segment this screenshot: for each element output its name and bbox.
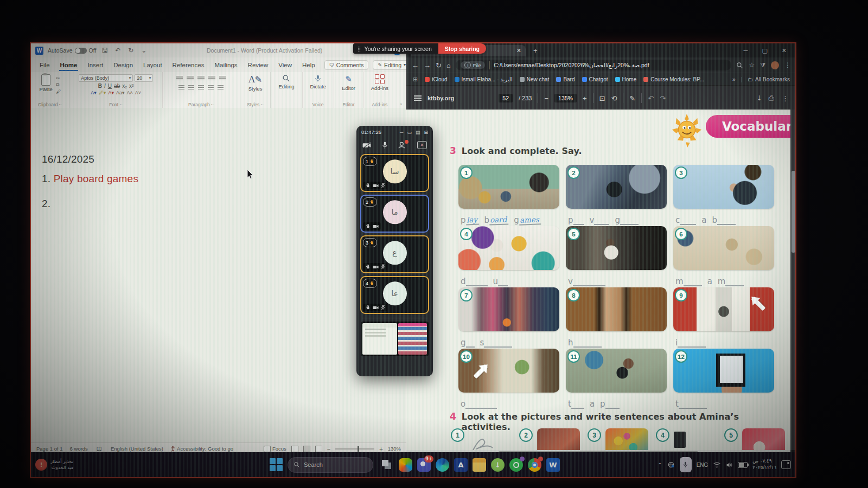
back-icon[interactable]: ← xyxy=(412,61,419,69)
pdf-undo-icon[interactable]: ↶ xyxy=(648,94,654,102)
panel-minimize-icon[interactable]: ─ xyxy=(400,130,403,135)
panel-grid-icon[interactable]: ⊞ xyxy=(424,130,428,135)
paragraph-line-spacing-icon[interactable] xyxy=(218,85,224,91)
paragraph-align-left-icon[interactable] xyxy=(178,85,184,91)
copy-icon[interactable]: ⧉ xyxy=(56,82,61,88)
participant-tile-2[interactable]: 2ما xyxy=(360,195,429,233)
zoom-slider[interactable] xyxy=(335,448,374,450)
taskbar-search[interactable]: Search xyxy=(288,457,373,473)
chrome-menu-icon[interactable]: ⋮ xyxy=(784,61,791,69)
pdf-zoom-in-icon[interactable]: + xyxy=(583,94,587,102)
idm-taskbar-icon[interactable]: ↓ xyxy=(491,458,505,472)
pdf-print-icon[interactable]: ⎙ xyxy=(769,94,774,102)
word-document-canvas[interactable]: 16/12/2025 1. Play board games 2. xyxy=(31,108,406,442)
reload-icon[interactable]: ↻ xyxy=(436,61,442,69)
font-button-0[interactable]: B xyxy=(98,83,102,89)
shrink-font-icon[interactable]: A˅ xyxy=(135,90,141,95)
participant-tile-1[interactable]: 1سا xyxy=(360,154,429,192)
info-icon[interactable]: i xyxy=(464,62,471,68)
adobe-taskbar-icon[interactable]: A xyxy=(454,458,468,472)
word-tab-layout[interactable]: Layout xyxy=(142,60,163,70)
chrome-taskbar-icon[interactable] xyxy=(528,458,541,472)
bookmark-3[interactable]: Bard xyxy=(556,76,575,82)
word-tab-file[interactable]: File xyxy=(39,60,51,70)
paragraph-justify-icon[interactable] xyxy=(208,85,214,91)
shared-screen-preview[interactable] xyxy=(361,322,429,356)
participant-tile-4[interactable]: 4عا xyxy=(360,276,429,314)
pdf-menu-icon[interactable] xyxy=(414,95,422,101)
autosave-switch-icon[interactable] xyxy=(75,48,87,54)
bookmark-1[interactable]: Ismail Elaba... - البريد xyxy=(455,76,513,82)
comments-button[interactable]: 🗨Comments xyxy=(324,60,369,70)
language-switcher[interactable]: ENG xyxy=(697,462,709,468)
accessibility-status[interactable]: Accessibility: Good to go xyxy=(170,446,233,452)
font-button-3[interactable]: ab xyxy=(114,83,120,89)
answer-line[interactable]: t xyxy=(673,393,774,411)
copilot-taskbar-icon[interactable] xyxy=(399,458,412,472)
tray-expand-icon[interactable]: ⌃ xyxy=(658,462,662,468)
pdf-rotate-icon[interactable]: ⟲ xyxy=(611,94,617,102)
window-maximize-icon[interactable]: ▢ xyxy=(762,47,767,54)
collapse-ribbon-icon[interactable]: ⌄ xyxy=(395,100,406,108)
redo-icon[interactable]: ↻ xyxy=(126,47,135,54)
print-layout-icon[interactable] xyxy=(303,446,310,452)
address-bar[interactable]: i File | C:/Users/esmae/Desktop/صف%20راب… xyxy=(456,60,732,70)
mic-on-icon[interactable] xyxy=(382,142,388,149)
autosave-toggle[interactable]: AutoSave Off xyxy=(48,47,96,54)
participants-icon[interactable] xyxy=(398,142,406,149)
bookmark-5[interactable]: Home xyxy=(615,76,637,82)
paragraph-multilevel-icon[interactable] xyxy=(197,76,205,81)
new-tab-icon[interactable]: + xyxy=(533,47,538,55)
word-taskbar-icon[interactable]: W xyxy=(546,458,560,472)
paragraph-bullets-icon[interactable] xyxy=(176,76,183,81)
paragraph-align-right-icon[interactable] xyxy=(198,85,204,91)
zoom-search-icon[interactable] xyxy=(736,62,743,69)
answer-line[interactable]: playboardgames xyxy=(458,209,559,227)
file-explorer-taskbar-icon[interactable] xyxy=(473,458,486,472)
grow-font-icon[interactable]: A˄ xyxy=(126,90,132,95)
forward-icon[interactable]: → xyxy=(424,61,431,69)
paragraph-align-center-icon[interactable] xyxy=(188,85,194,91)
teams-taskbar-icon[interactable]: 9+ xyxy=(417,458,431,472)
word-tab-design[interactable]: Design xyxy=(112,60,134,70)
font-name-combo[interactable]: Aptos (Body)▾ xyxy=(79,74,133,82)
camera-off-icon[interactable] xyxy=(362,142,371,149)
focus-button[interactable]: Focus xyxy=(264,446,286,452)
pdf-annotate-icon[interactable]: ✎ xyxy=(629,94,635,102)
answer-line[interactable]: tap xyxy=(566,393,667,411)
font-color-icon[interactable]: A▾ xyxy=(91,90,97,95)
font-button-2[interactable]: U xyxy=(108,83,112,89)
bookmark-star-icon[interactable]: ☆ xyxy=(749,61,755,69)
format-painter-icon[interactable]: 🖌 xyxy=(56,89,61,94)
editing-mode-button[interactable]: ✎Editing▾ xyxy=(373,60,411,70)
pdf-zoom-level[interactable]: 135% xyxy=(554,94,577,102)
participant-tile-3[interactable]: 3ع xyxy=(360,235,429,273)
pdf-download-icon[interactable]: ⭣ xyxy=(757,94,761,102)
word-tab-help[interactable]: Help xyxy=(301,60,316,70)
undo-icon[interactable]: ↶ xyxy=(113,47,122,54)
font-button-1[interactable]: I xyxy=(104,83,106,89)
battery-icon[interactable] xyxy=(738,462,748,468)
all-bookmarks-button[interactable]: 🗀 All Bookmarks xyxy=(748,76,790,82)
font-button-4[interactable]: x₂ xyxy=(122,83,127,89)
word-tab-insert[interactable]: Insert xyxy=(86,60,104,70)
word-tab-references[interactable]: References xyxy=(171,60,206,70)
word-tab-home[interactable]: Home xyxy=(59,60,79,70)
web-layout-icon[interactable] xyxy=(315,446,322,452)
highlight-icon[interactable]: 🖉▾ xyxy=(99,90,106,95)
task-view-taskbar-icon[interactable] xyxy=(380,458,394,472)
zoom-level[interactable]: 130% xyxy=(388,446,401,452)
volume-icon[interactable] xyxy=(726,462,733,468)
edge-taskbar-icon[interactable] xyxy=(436,458,449,472)
change-case-icon[interactable]: Aa▾ xyxy=(116,90,125,95)
panel-restore-icon[interactable]: ▭ xyxy=(407,130,412,135)
answer-line[interactable]: du xyxy=(458,270,559,288)
whatsapp-taskbar-icon[interactable] xyxy=(509,458,523,472)
editing-find-button[interactable]: Editing xyxy=(276,74,296,89)
word-tab-view[interactable]: View xyxy=(277,60,293,70)
zoom-in-icon[interactable]: + xyxy=(379,446,382,452)
zoom-out-icon[interactable]: − xyxy=(327,446,330,452)
answer-line[interactable]: pvg xyxy=(566,209,667,227)
mic-in-use-indicator[interactable] xyxy=(680,457,692,472)
answer-line[interactable]: gs xyxy=(458,331,559,350)
